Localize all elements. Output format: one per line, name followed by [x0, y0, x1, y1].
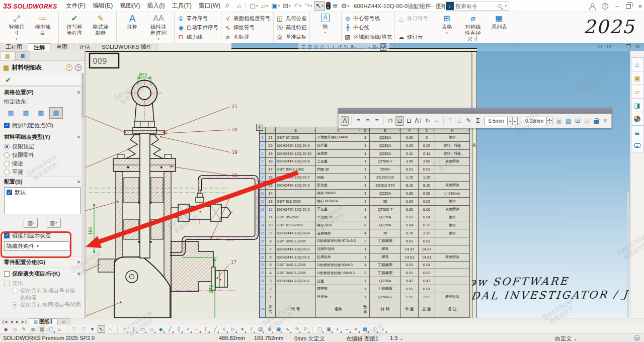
datum-feature-button[interactable]: Ⓐ基准特征 [276, 24, 307, 32]
layer-list-icon[interactable]: ≣ [29, 325, 37, 333]
bom-cell[interactable]: 65Mn [370, 165, 401, 174]
pan-icon[interactable]: ✛ [332, 44, 336, 50]
table-format-icon[interactable]: A [341, 116, 349, 126]
centerline-button[interactable]: ╂中心线 [344, 24, 392, 32]
bom-cell[interactable]: 35 [370, 198, 401, 206]
keep-same-radio[interactable] [12, 302, 18, 308]
bom-cell[interactable]: 1 [266, 293, 276, 301]
bom-cell[interactable]: 3 [266, 277, 276, 285]
bom-footer-cell[interactable]: 序 号 [266, 301, 276, 318]
bom-cell[interactable]: 8 [260, 174, 266, 182]
bom-cell[interactable]: 0.02 [401, 198, 419, 206]
ok-check-icon[interactable]: ✔ [5, 75, 12, 84]
snap-dash-icon[interactable]: – [343, 325, 351, 333]
redo-icon[interactable]: ↷▾ [303, 1, 313, 11]
snap-point-icon[interactable]: ∘ [121, 325, 128, 333]
bom-cell[interactable]: GB/T 894.1-1986 [276, 165, 316, 174]
corner-top-left-button[interactable]: ▦ [4, 107, 18, 119]
fit-text-icon[interactable]: ⇔ [433, 116, 441, 126]
menu-item-1[interactable]: 编辑(E) [89, 0, 116, 12]
home-icon[interactable]: ⌂ [236, 1, 242, 11]
view-settings-icon[interactable]: ⚙▾ [350, 43, 356, 51]
bom-cell[interactable]: 0.04 [419, 213, 435, 221]
bom-cell[interactable] [276, 190, 316, 198]
previous-view-icon[interactable]: ◔ [327, 44, 330, 50]
bom-type-radio-3[interactable] [4, 169, 10, 175]
bom-cell[interactable]: GB/T 6170-2000 [276, 221, 316, 229]
bom-cell[interactable]: 9 [260, 182, 266, 190]
doc-minimize-icon[interactable]: — [616, 44, 621, 49]
interference-light-icon[interactable] [326, 2, 331, 10]
display-style-icon[interactable]: ◫▾ [364, 43, 370, 51]
bom-cell[interactable]: O型橡胶密封圈 50×5.3 [316, 262, 361, 270]
section-view-icon[interactable]: ▱ [358, 44, 362, 50]
bom-cell[interactable] [435, 245, 470, 253]
command-tab-3[interactable]: 评估 [73, 43, 96, 51]
bom-cell[interactable]: 13 [260, 213, 266, 221]
snap-target-icon[interactable]: ⊕ [266, 325, 273, 333]
bom-cell[interactable]: 11 [260, 198, 266, 206]
bom-cell[interactable]: 600HZ44X-10Q-00-6 [276, 182, 316, 190]
bom-cell[interactable]: 0.02 [419, 237, 435, 245]
attach-anchor-checkbox[interactable]: ✓ [4, 123, 10, 128]
bom-cell[interactable]: 丁腈橡胶 [370, 269, 401, 277]
bom-cell[interactable]: 3 [260, 134, 266, 142]
zoom-fit-icon[interactable]: ⊡ [301, 44, 305, 50]
part-config-grouping-header[interactable]: 零件配置分组(G)∨ [0, 256, 85, 268]
bom-cell[interactable]: 镀锌、钝化 [435, 150, 470, 158]
command-tab-4[interactable]: SOLIDWORKS 插件 [96, 43, 158, 51]
bom-cell[interactable]: 6 [260, 158, 266, 166]
bom-cell[interactable]: 20 [260, 269, 266, 277]
bom-cell[interactable]: 0.78 [401, 229, 419, 237]
configurations-listbox[interactable]: ✓ 默认 [4, 187, 80, 214]
bom-cell[interactable]: 15 [266, 182, 276, 190]
eraser-soft-icon[interactable]: ◇ [11, 325, 19, 333]
bom-cell[interactable]: 1 [361, 245, 370, 253]
bom-cell[interactable]: 14.37 [401, 245, 419, 253]
snap-ring-icon[interactable]: ∘ [379, 325, 387, 333]
bom-footer-cell[interactable]: 单 重 [401, 301, 419, 318]
bom-cell[interactable]: 10 [266, 221, 276, 229]
align-top-icon[interactable]: ⊓ [386, 116, 394, 126]
strikeout-checkbox[interactable] [4, 281, 10, 286]
bom-cell[interactable]: 螺母 M16 [316, 221, 361, 229]
tables-button[interactable]: ⊞表格▾ [434, 13, 460, 36]
bom-cell[interactable]: 表面喷涂 [435, 293, 470, 301]
bom-cell[interactable]: 焊装 [370, 253, 401, 262]
command-tab-1[interactable]: 注解 [28, 43, 51, 51]
display-manager-icon[interactable]: ≣ [332, 1, 339, 11]
bom-cell[interactable]: 开槽盘头螺钉 M4×8 [316, 134, 361, 142]
bom-cell[interactable]: 14 [266, 190, 276, 198]
bom-cell[interactable]: 螺钉 M10×14 [316, 198, 361, 206]
options-gear-icon[interactable]: ⚙▾ [340, 1, 350, 11]
forum-bubble-icon[interactable] [631, 139, 644, 152]
cell-edit-icon[interactable]: ✎ [464, 116, 472, 126]
bom-cell[interactable]: 1 [361, 198, 370, 206]
config-hide-button[interactable]: ▥✕ [47, 218, 61, 228]
bom-cell[interactable]: QT500-7 [370, 293, 401, 301]
bom-cell[interactable]: 1.92 [419, 293, 435, 301]
bom-cell[interactable]: 镀锌 [435, 229, 470, 237]
bom-cell[interactable]: 600HZ44X-10Q-00-4 [276, 229, 316, 237]
bom-cell[interactable]: 6 [266, 253, 276, 262]
bom-cell[interactable]: 600HZ44X-10Q-00-10 [276, 150, 316, 158]
eraser-icon[interactable]: ◆ [2, 325, 10, 333]
revision-symbol-button[interactable]: △修订符号 [397, 14, 428, 23]
home-resources-icon[interactable]: ⌂ [631, 57, 644, 71]
align-bottom-icon[interactable]: ⊔ [405, 116, 413, 126]
bom-cell[interactable]: 1.15 [401, 174, 419, 182]
bom-cell[interactable]: 14 [260, 221, 266, 229]
bom-cell[interactable]: 1 [361, 293, 370, 301]
print-icon[interactable]: ⊟▾ [282, 1, 291, 11]
bom-cell[interactable]: 上压盖 [316, 158, 361, 166]
bom-footer-cell[interactable]: 名称 [316, 301, 361, 318]
bom-cell[interactable]: Q235A [370, 134, 401, 142]
bom-cell[interactable]: Q235A [370, 150, 401, 158]
bom-cell[interactable]: Q235A [370, 277, 401, 285]
keep-replaced-radio[interactable] [12, 288, 18, 293]
open-icon[interactable]: ▱▾ [260, 1, 270, 11]
bom-cell[interactable]: 7 [266, 245, 276, 253]
bom-cell[interactable]: 1 [361, 285, 370, 293]
bom-cell[interactable]: GB/T 3452.1-2005 [276, 262, 316, 270]
appearance-sphere-icon[interactable] [380, 43, 386, 51]
